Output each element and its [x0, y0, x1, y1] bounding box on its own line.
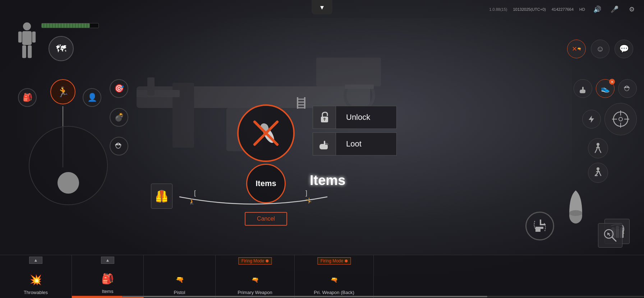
svg-rect-10	[18, 32, 22, 43]
chat-icon[interactable]: 💬	[615, 40, 633, 58]
helmet-button[interactable]: ⛑	[110, 137, 128, 155]
right-row-1: 👟 ✕ ⛑	[574, 79, 637, 98]
health-bar	[41, 23, 99, 28]
buddy-button[interactable]: 👤	[83, 88, 101, 107]
bottom-weapon-bar: ▲ 💥 Throwables ▲ 🎒 Items 🔫 Pistol Firing…	[0, 255, 644, 298]
primary-weapon-back-slot[interactable]: Firing Mode 🔫 Pri. Weapon (Back)	[295, 255, 374, 298]
joystick-handle[interactable]	[58, 172, 79, 194]
map-icon: 🗺	[56, 43, 66, 55]
primary-weapon-back-label: Pri. Weapon (Back)	[314, 290, 354, 295]
boot-cancel-icon-button[interactable]: 👟 ✕	[596, 79, 615, 98]
unlock-label: Unlock	[336, 106, 397, 129]
backpack-icon: 🎒	[23, 93, 32, 102]
svg-rect-9	[22, 31, 32, 45]
large-bullet-area	[565, 185, 586, 226]
svg-text:[: [	[194, 189, 196, 197]
ammo-icon-button[interactable]	[237, 104, 295, 162]
cancel-button[interactable]: Cancel	[245, 212, 287, 226]
ladder-icon	[295, 96, 308, 113]
primary-firing-mode: Firing Mode	[238, 257, 272, 265]
character-panel	[14, 22, 40, 61]
quality-label: HD	[579, 7, 585, 12]
scope-icon: 🎯	[114, 84, 124, 93]
helmet-right-icon: ⛑	[624, 85, 631, 93]
ammo-reload-area	[525, 212, 554, 240]
loot-action-button[interactable]: Loot	[313, 132, 397, 155]
soldier-kneel-button[interactable]	[588, 163, 608, 183]
flash-icon-button[interactable]	[582, 110, 601, 128]
back-firing-mode-dot	[345, 259, 348, 262]
cancel-label: Cancel	[257, 216, 275, 222]
svg-text:🤸: 🤸	[305, 198, 312, 204]
primary-weapon-label: Primary Weapon	[238, 290, 272, 295]
svg-rect-13	[28, 45, 32, 58]
buddy-icon: 👤	[87, 93, 97, 102]
throwables-icon: 💥	[27, 271, 45, 288]
bottom-scrollbar[interactable]	[122, 296, 644, 298]
svg-rect-16	[297, 99, 305, 100]
svg-point-25	[323, 118, 326, 120]
character-area	[14, 22, 40, 61]
pistol-icon: 🔫	[171, 271, 188, 288]
large-bullet-icon	[565, 185, 586, 225]
crosshair-large-button[interactable]	[604, 103, 637, 135]
bottom-bar-spacer	[374, 255, 644, 298]
loot-icon	[313, 132, 336, 155]
top-dropdown-button[interactable]: ▾	[312, 0, 332, 14]
hand-icon-button[interactable]	[574, 79, 592, 98]
svg-rect-17	[297, 101, 305, 103]
pistol-slot[interactable]: 🔫 Pistol	[144, 255, 216, 298]
boot-icon: 👟	[601, 84, 610, 93]
vest-slot[interactable]: 🦺	[151, 184, 172, 209]
helmet-right-icon-button[interactable]: ⛑	[618, 79, 637, 98]
date-label: 10132025(UTC+0)	[513, 7, 546, 12]
character-run-icon: 🏃	[57, 86, 69, 98]
items-slot-icon: 🎒	[99, 270, 116, 287]
svg-rect-18	[297, 104, 305, 105]
ui-layer: 1.0.88(15) 10132025(UTC+0) 4142277664 HD…	[0, 0, 644, 298]
character-button[interactable]: 🏃	[50, 79, 75, 104]
no-ammo-svg	[250, 117, 282, 149]
health-fill	[42, 23, 90, 28]
scrollbar-track	[122, 296, 644, 297]
joystick-area[interactable]	[29, 126, 108, 205]
primary-weapon-back-icon: 🔫	[326, 271, 343, 288]
throwables-up-arrow[interactable]: ▲	[29, 257, 43, 264]
back-firing-mode: Firing Mode	[317, 257, 351, 265]
sound-icon[interactable]: 🔊	[591, 3, 604, 16]
unlock-action-button[interactable]: Unlock	[313, 106, 397, 129]
version-label: 1.0.88(15)	[489, 7, 507, 12]
face-icon[interactable]: ☺	[591, 40, 610, 58]
unlock-icon	[313, 106, 336, 129]
top-bar: 1.0.88(15) 10132025(UTC+0) 4142277664 HD…	[483, 0, 644, 19]
firing-mode-dot	[266, 259, 268, 262]
grenade-button[interactable]: 💣	[110, 108, 128, 127]
crosshair-disabled-icon[interactable]: ✕🔫	[567, 40, 586, 58]
settings-icon[interactable]: ⚙	[625, 3, 638, 16]
search-cluster-button[interactable]	[598, 223, 622, 248]
cancel-container: Cancel	[237, 208, 295, 226]
svg-rect-11	[32, 32, 36, 43]
backpack-button[interactable]: 🎒	[18, 88, 37, 107]
ammo-reload-button[interactable]	[525, 212, 554, 240]
soldier-buttons	[588, 138, 608, 183]
items-slot-label: Items	[102, 289, 114, 294]
throwables-slot[interactable]: ▲ 💥 Throwables	[0, 255, 72, 298]
helmet-icon: ⛑	[115, 141, 123, 151]
action-buttons-panel: Unlock Loot	[313, 106, 397, 155]
top-icons-group: 🔊 🎤 ⚙	[591, 3, 638, 16]
primary-weapon-icon: 🔫	[247, 271, 264, 288]
mic-icon[interactable]: 🎤	[608, 3, 621, 16]
map-button[interactable]: 🗺	[49, 36, 74, 61]
throwables-label: Throwables	[24, 290, 48, 295]
svg-text:]: ]	[305, 189, 307, 197]
items-up-arrow[interactable]: ▲	[101, 257, 115, 264]
soldier-run-button[interactable]	[588, 138, 608, 158]
svg-point-38	[569, 210, 582, 216]
svg-rect-12	[22, 45, 26, 58]
scope-button[interactable]: 🎯	[110, 79, 128, 98]
primary-weapon-slot[interactable]: Firing Mode 🔫 Primary Weapon	[216, 255, 295, 298]
scrollbar-thumb	[122, 296, 487, 297]
items-slot[interactable]: ▲ 🎒 Items	[72, 255, 144, 298]
loot-label: Loot	[336, 132, 397, 155]
